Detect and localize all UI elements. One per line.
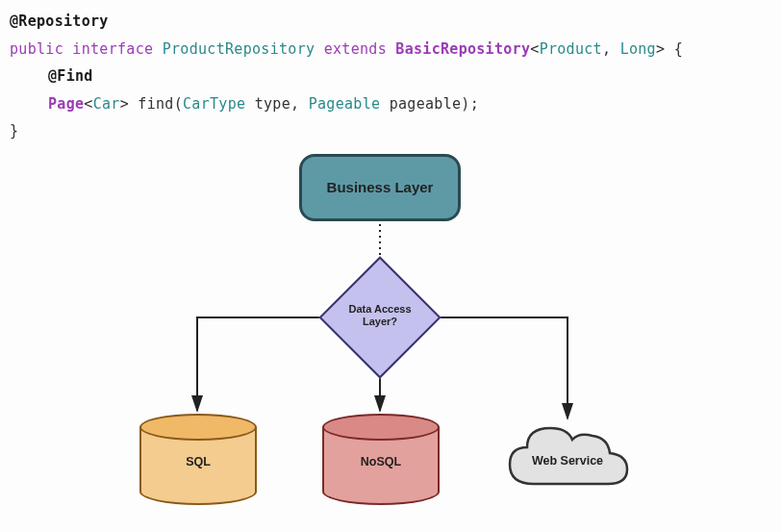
method-find: find xyxy=(138,95,173,113)
type-product: Product xyxy=(540,40,602,58)
code-block: @Repository public interface ProductRepo… xyxy=(0,0,782,153)
sql-node: SQL xyxy=(139,414,257,505)
architecture-diagram: Business Layer Data Access Layer? SQL No… xyxy=(0,149,782,532)
type-page: Page xyxy=(48,95,84,113)
keyword-extends: extends xyxy=(324,40,387,58)
type-productrepository: ProductRepository xyxy=(163,40,315,58)
brace-open: { xyxy=(674,40,683,58)
type-basicrepository: BasicRepository xyxy=(395,40,530,58)
code-line-2: public interface ProductRepository exten… xyxy=(10,36,772,63)
param-type: type xyxy=(255,95,290,113)
nosql-node: NoSQL xyxy=(322,414,440,505)
keyword-public: public xyxy=(10,40,63,58)
sql-label: SQL xyxy=(139,450,257,473)
type-pageable: Pageable xyxy=(309,95,381,113)
annotation-repository: @Repository xyxy=(10,13,109,30)
keyword-interface: interface xyxy=(72,40,153,58)
annotation-find: @Find xyxy=(48,67,93,85)
type-long: Long xyxy=(620,40,656,58)
brace-close: } xyxy=(10,122,18,139)
code-line-4: Page<Car> find(CarType type, Pageable pa… xyxy=(10,90,772,118)
web-service-label: Web Service xyxy=(500,450,635,473)
code-line-5: } xyxy=(10,117,772,145)
business-layer-label: Business Layer xyxy=(327,174,434,202)
web-service-node: Web Service xyxy=(500,417,635,503)
type-car: Car xyxy=(93,95,120,113)
nosql-label: NoSQL xyxy=(322,450,440,473)
type-cartype: CarType xyxy=(183,95,245,113)
param-pageable: pageable xyxy=(390,95,462,113)
code-line-3: @Find xyxy=(10,63,772,90)
data-access-layer-label: Data Access Layer? xyxy=(332,303,428,328)
code-line-1: @Repository xyxy=(10,8,772,36)
business-layer-node: Business Layer xyxy=(299,154,461,221)
stmt-end: ); xyxy=(461,95,479,113)
